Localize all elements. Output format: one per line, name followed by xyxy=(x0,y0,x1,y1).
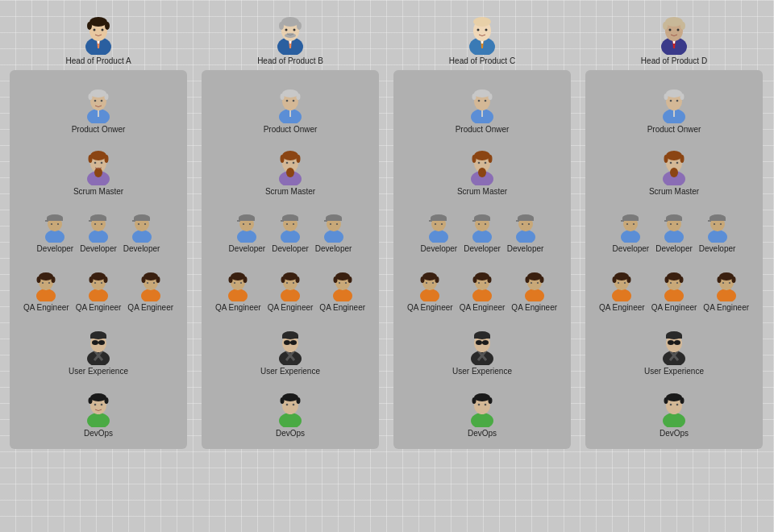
dev-a-1-label: Developer xyxy=(37,244,74,253)
dev-c-1-label: Developer xyxy=(421,244,458,253)
svg-point-257 xyxy=(485,223,486,225)
svg-point-47 xyxy=(94,223,96,225)
devops-a-label: DevOps xyxy=(84,429,113,438)
qa-c-2-label: QA Engineer xyxy=(460,303,506,312)
svg-point-57 xyxy=(144,223,145,225)
svg-point-104 xyxy=(101,404,103,406)
ux-b: User Experience xyxy=(260,323,320,376)
svg-rect-201 xyxy=(290,342,293,343)
dev-c-2: Developer xyxy=(464,207,501,253)
qa-c-2-avatar xyxy=(467,266,497,301)
svg-point-177 xyxy=(283,272,298,281)
product-owner-b-label: Product Onwer xyxy=(264,125,318,134)
svg-point-380 xyxy=(624,282,626,284)
svg-rect-360 xyxy=(664,220,668,222)
svg-point-72 xyxy=(89,276,94,283)
svg-point-385 xyxy=(667,272,681,281)
svg-point-281 xyxy=(473,276,477,283)
svg-point-172 xyxy=(240,282,242,284)
svg-point-10 xyxy=(101,29,103,31)
svg-point-218 xyxy=(476,29,479,31)
dev-a-1: Developer xyxy=(37,207,74,253)
svg-point-20 xyxy=(101,100,103,102)
qa-d-2: QA Engineer xyxy=(651,266,697,312)
svg-rect-54 xyxy=(134,218,150,221)
svg-rect-264 xyxy=(516,220,519,222)
svg-point-103 xyxy=(94,404,97,406)
scrum-master-a-label: Scrum Master xyxy=(73,187,123,196)
svg-point-256 xyxy=(478,223,480,225)
head-d-label: Head of Product D xyxy=(641,56,707,65)
dev-row-c: Developer Developer xyxy=(421,204,544,256)
dev-b-1: Developer xyxy=(229,207,266,253)
svg-point-226 xyxy=(472,94,476,100)
qa-d-3-avatar xyxy=(711,266,742,301)
svg-point-394 xyxy=(719,272,734,281)
svg-point-115 xyxy=(285,29,288,31)
svg-point-271 xyxy=(422,272,437,281)
svg-point-239 xyxy=(485,162,487,164)
svg-point-84 xyxy=(153,282,155,284)
svg-point-125 xyxy=(286,100,289,102)
dev-a-3: Developer xyxy=(123,207,160,253)
svg-rect-161 xyxy=(324,220,327,222)
svg-point-235 xyxy=(472,155,476,163)
qa-b-3-label: QA Engineer xyxy=(319,303,365,312)
svg-rect-46 xyxy=(89,220,92,222)
dev-d-3: Developer xyxy=(699,207,736,253)
qa-a-1: QA Engineer xyxy=(23,266,69,312)
qa-row-a: QA Engineer QA Engineer xyxy=(23,263,173,315)
dev-row-a: Developer Developer xyxy=(37,204,160,256)
svg-point-163 xyxy=(335,223,337,225)
svg-point-144 xyxy=(243,223,244,225)
qa-d-1-label: QA Engineer xyxy=(599,303,645,312)
qa-a-1-label: QA Engineer xyxy=(23,303,69,312)
svg-point-344 xyxy=(676,162,679,164)
dev-b-3-label: Developer xyxy=(315,244,352,253)
scrum-master-a: Scrum Master xyxy=(73,143,123,196)
svg-point-124 xyxy=(296,94,300,100)
head-b-label: Head of Product B xyxy=(257,56,323,65)
svg-point-388 xyxy=(670,282,672,284)
svg-point-282 xyxy=(488,276,492,283)
head-c-label: Head of Product C xyxy=(449,56,515,65)
product-owner-d-avatar xyxy=(655,81,693,123)
svg-point-290 xyxy=(525,276,529,283)
svg-point-180 xyxy=(286,282,288,284)
team-box-d: Product Onwer Scrum Master xyxy=(585,70,763,449)
dev-a-3-avatar xyxy=(127,207,157,243)
svg-rect-143 xyxy=(237,220,240,222)
svg-point-102 xyxy=(105,397,109,404)
svg-point-330 xyxy=(666,89,682,98)
devops-d-avatar xyxy=(655,385,693,427)
svg-point-266 xyxy=(527,223,529,225)
svg-point-397 xyxy=(722,282,724,284)
svg-point-324 xyxy=(676,29,679,31)
svg-point-353 xyxy=(633,223,635,225)
qa-a-2-avatar xyxy=(83,266,114,301)
svg-point-188 xyxy=(347,276,352,283)
dev-b-2-avatar xyxy=(275,207,306,243)
svg-point-26 xyxy=(88,155,92,163)
svg-point-331 xyxy=(664,94,668,100)
qa-d-2-avatar xyxy=(659,266,689,301)
qa-a-3: QA Engineer xyxy=(127,266,173,312)
scrum-master-b-label: Scrum Master xyxy=(265,187,315,196)
svg-rect-37 xyxy=(45,220,48,222)
qa-d-3: QA Engineer xyxy=(703,266,749,312)
scrum-master-d-label: Scrum Master xyxy=(649,187,699,196)
qa-c-3-label: QA Engineer xyxy=(511,303,557,312)
svg-point-169 xyxy=(229,276,233,283)
dev-c-2-label: Developer xyxy=(464,244,501,253)
product-owner-b: Product Onwer xyxy=(264,81,318,134)
svg-rect-255 xyxy=(472,220,476,222)
svg-point-179 xyxy=(296,276,300,283)
dev-row-b: Developer Developer xyxy=(229,204,352,256)
product-owner-b-avatar xyxy=(272,81,309,123)
svg-point-284 xyxy=(485,282,486,284)
svg-point-7 xyxy=(87,22,92,30)
svg-point-376 xyxy=(614,272,629,281)
svg-rect-369 xyxy=(708,220,711,222)
svg-point-237 xyxy=(478,168,486,177)
svg-point-322 xyxy=(680,22,685,30)
